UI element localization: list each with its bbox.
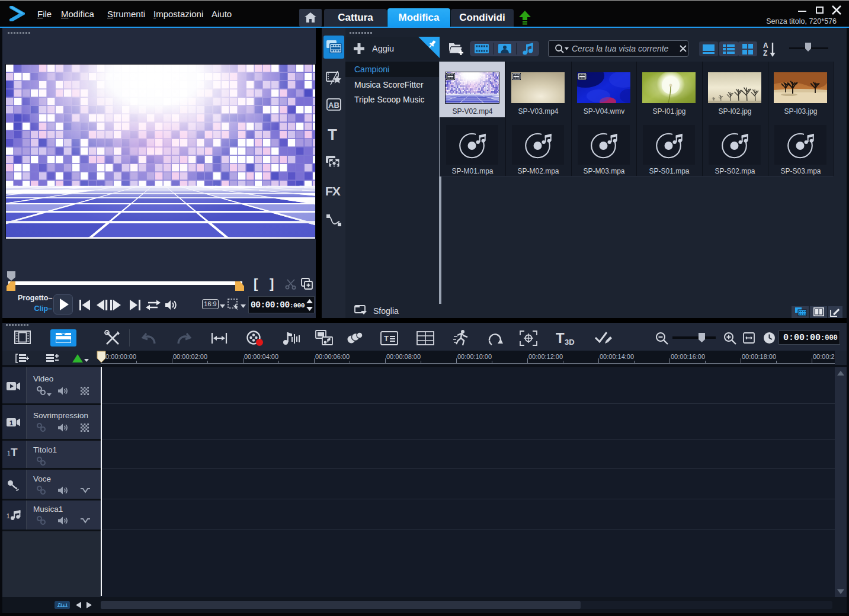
svg-text:Z: Z [763, 49, 767, 57]
svg-text:A: A [763, 41, 768, 50]
svg-text:T: T [556, 331, 565, 346]
svg-text:T: T [384, 334, 389, 343]
svg-text:1: 1 [9, 419, 13, 426]
svg-text:AB: AB [328, 101, 339, 110]
svg-text:3D: 3D [565, 338, 575, 346]
